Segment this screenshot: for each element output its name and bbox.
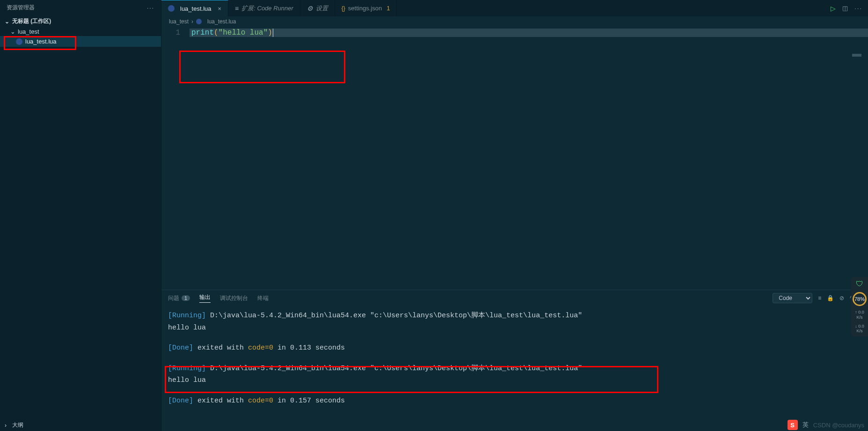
tab-label: settings.json: [348, 5, 382, 12]
clear-icon[interactable]: ⊘: [839, 295, 844, 301]
sogou-icon[interactable]: S: [788, 420, 798, 430]
out-cmd: D:\java\lua-5.4.2_Win64_bin\lua54.exe "c…: [206, 365, 582, 373]
panel-tab-output[interactable]: 输出: [199, 293, 211, 303]
more-icon[interactable]: ···: [147, 5, 154, 11]
lua-file-icon: [16, 38, 22, 45]
out-done: [Done]: [168, 397, 193, 405]
out-text: exited with: [193, 344, 248, 352]
panel-tab-problems[interactable]: 问题 1: [168, 294, 190, 302]
output-body[interactable]: [Running] D:\java\lua-5.4.2_Win64_bin\lu…: [161, 306, 868, 431]
chevron-down-icon: ⌄: [5, 18, 10, 25]
more-icon[interactable]: ···: [854, 5, 862, 12]
folder-row[interactable]: ⌄ lua_test: [0, 27, 161, 36]
json-icon: {}: [342, 5, 345, 12]
tab-label: 设置: [316, 4, 328, 13]
upload-stat: ↑ 0.0K/s: [855, 310, 864, 320]
problems-count-badge: 1: [182, 295, 190, 301]
out-cmd: D:\java\lua-5.4.2_Win64_bin\lua54.exe "c…: [206, 312, 582, 320]
code-editor[interactable]: 1 print("hello lua"): [161, 27, 868, 290]
tok-print: print: [191, 29, 214, 37]
text-cursor: [273, 29, 273, 37]
bottom-panel: 问题 1 输出 调试控制台 终端 Code ≡ 🔒: [161, 290, 868, 431]
file-row-lua-test[interactable]: lua_test.lua: [0, 36, 161, 47]
out-stdout: hello lua: [168, 322, 861, 334]
ptab-label: 输出: [199, 293, 211, 301]
tok-lparen: (: [214, 29, 219, 37]
lua-file-icon: [196, 19, 202, 24]
shield-icon: 🛡: [856, 280, 863, 288]
annotation-box: [179, 51, 345, 83]
output-filter-select[interactable]: Code: [773, 293, 812, 303]
breadcrumb-file: lua_test.lua: [207, 18, 236, 25]
extension-icon: ≡: [235, 5, 239, 12]
tok-rparen: ): [268, 29, 272, 37]
gear-icon: ⚙: [307, 5, 313, 12]
outline-label: 大纲: [12, 421, 23, 429]
workspace-label: 无标题 (工作区): [12, 17, 51, 25]
out-stdout: hello lua: [168, 374, 861, 387]
line-number: 1: [161, 29, 190, 37]
main-area: lua_test.lua × ≡ 扩展: Code Runner ⚙ 设置 {}…: [161, 0, 868, 431]
outline-section[interactable]: › 大纲: [0, 419, 161, 431]
out-text: exited with: [193, 397, 248, 405]
speed-ring: 78%: [853, 292, 867, 306]
panel-tab-terminal[interactable]: 终端: [257, 294, 269, 302]
tok-string: "hello lua": [219, 29, 268, 37]
download-stat: ↓ 0.0K/s: [855, 324, 864, 334]
explorer-title: 资源管理器: [7, 4, 35, 12]
network-monitor-widget[interactable]: 🛡 78% ↑ 0.0K/s ↓ 0.0K/s: [851, 277, 868, 336]
filter-icon[interactable]: ≡: [818, 295, 821, 301]
panel-tabs: 问题 1 输出 调试控制台 终端 Code ≡ 🔒: [161, 290, 868, 306]
close-icon[interactable]: ×: [218, 5, 222, 12]
out-code: code=0: [248, 344, 273, 352]
chevron-right-icon: ›: [5, 422, 10, 429]
code-content[interactable]: print("hello lua"): [190, 29, 868, 37]
chevron-down-icon: ⌄: [10, 28, 16, 35]
ime-lang[interactable]: 英: [802, 421, 809, 429]
panel-tab-debug-console[interactable]: 调试控制台: [220, 294, 248, 302]
out-done: [Done]: [168, 344, 193, 352]
tab-settings[interactable]: ⚙ 设置: [300, 0, 335, 16]
out-running: [Running]: [168, 365, 206, 373]
folder-label: lua_test: [18, 28, 39, 35]
panel-actions: Code ≡ 🔒 ⊘ ^ ×: [773, 293, 861, 303]
file-label: lua_test.lua: [25, 38, 57, 45]
tab-extension-coderunner[interactable]: ≡ 扩展: Code Runner: [228, 0, 300, 16]
watermark: CSDN @coudanys: [813, 422, 864, 429]
lock-icon[interactable]: 🔒: [827, 295, 834, 301]
out-running: [Running]: [168, 312, 206, 320]
ptab-label: 调试控制台: [220, 294, 248, 302]
ptab-label: 终端: [257, 294, 269, 302]
tab-settings-json[interactable]: {} settings.json 1: [335, 0, 397, 16]
lua-file-icon: [168, 5, 175, 12]
modified-badge: 1: [387, 5, 390, 12]
run-icon[interactable]: ▷: [831, 5, 836, 12]
minimap[interactable]: [852, 54, 861, 57]
ptab-label: 问题: [168, 294, 179, 302]
breadcrumb-folder: lua_test: [169, 18, 189, 25]
explorer-sidebar: 资源管理器 ··· ⌄ 无标题 (工作区) ⌄ lua_test lua_tes…: [0, 0, 161, 431]
chevron-right-icon: ›: [191, 18, 193, 25]
tab-label: 扩展: Code Runner: [241, 4, 293, 13]
ime-bar: S 英 CSDN @coudanys: [788, 420, 864, 430]
editor-line: 1 print("hello lua"): [161, 27, 868, 39]
out-time: in 0.113 seconds: [273, 344, 345, 352]
tab-label: lua_test.lua: [180, 5, 212, 12]
tab-lua-test[interactable]: lua_test.lua ×: [161, 0, 228, 16]
editor-tabs: lua_test.lua × ≡ 扩展: Code Runner ⚙ 设置 {}…: [161, 0, 868, 16]
tab-actions: ▷ ◫ ···: [831, 5, 868, 12]
out-time: in 0.157 seconds: [273, 397, 345, 405]
out-code: code=0: [248, 397, 273, 405]
split-editor-icon[interactable]: ◫: [842, 5, 848, 12]
workspace-row[interactable]: ⌄ 无标题 (工作区): [0, 15, 161, 27]
breadcrumb[interactable]: lua_test › lua_test.lua: [161, 16, 868, 27]
